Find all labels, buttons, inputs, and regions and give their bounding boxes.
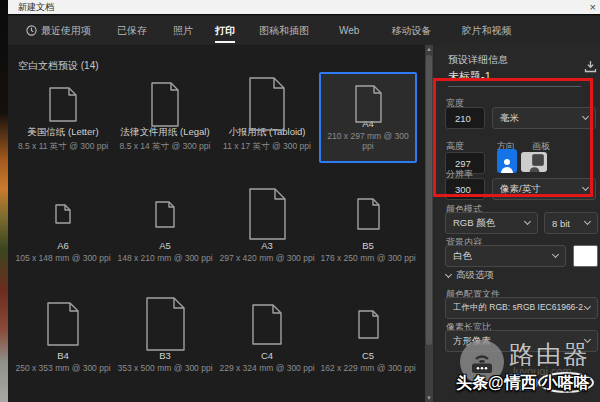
preset-dimensions: 229 x 324 mm @ 300 ppi [219,363,314,373]
tab-label: 胶片和视频 [461,16,511,45]
paper-icon [116,188,214,240]
orientation-portrait-button[interactable] [497,149,517,173]
preset-tile-tabloid[interactable]: 小报用纸 (Tabloid)11 x 17 英寸 @ 300 ppi [218,72,316,163]
save-preset-icon[interactable] [584,59,597,77]
paper-icon [14,298,112,350]
divider [448,86,581,87]
background-dropdown[interactable]: 白色 [445,245,566,267]
category-tabbar: 最近使用项已保存照片打印图稿和插图Web移动设备胶片和视频 [8,16,600,45]
screenshot-root: 新建文档 × 最近使用项已保存照片打印图稿和插图Web移动设备胶片和视频 空白文… [0,0,600,402]
preset-dimensions: 8.5 x 14 英寸 @ 300 ppi [120,141,211,153]
chevron-down-icon [582,113,589,120]
paper-icon [319,298,417,350]
preset-dimensions: 11 x 17 英寸 @ 300 ppi [223,141,311,153]
preset-dimensions: 250 x 353 mm @ 300 ppi [15,363,110,373]
preset-tile-a3[interactable]: A3297 x 420 mm @ 300 ppi [218,182,316,273]
preset-tile-b4[interactable]: B4250 x 353 mm @ 300 ppi [14,292,112,383]
preset-dimensions: 353 x 500 mm @ 300 ppi [117,363,212,373]
preset-tile-b3[interactable]: B3353 x 500 mm @ 300 ppi [116,292,214,383]
chevron-down-icon [584,303,591,310]
unit-dropdown[interactable]: 毫米 [492,107,596,129]
preset-dimensions: 105 x 148 mm @ 300 ppi [15,253,110,263]
preset-scrollbar[interactable]: ▲ ▼ [425,45,433,402]
preset-tile-legal[interactable]: 法律文件用纸 (Legal)8.5 x 14 英寸 @ 300 ppi [116,72,214,163]
tab-item-6[interactable]: 移动设备 [391,16,431,45]
scrollbar-down-icon[interactable]: ▼ [425,394,433,402]
tab-label: 已保存 [117,16,147,45]
preset-tile-a4[interactable]: A4210 x 297 mm @ 300 ppi [319,72,417,163]
tab-item-3[interactable]: 打印 [215,16,235,45]
scrollbar-up-icon[interactable]: ▲ [425,45,433,53]
tab-item-4[interactable]: 图稿和插图 [259,16,309,45]
preset-name: A5 [159,240,171,251]
chevron-down-icon [582,184,589,191]
preset-grid-panel: 空白文档预设 (14) 美国信纸 (Letter)8.5 x 11 英寸 @ 3… [8,45,425,402]
paper-icon [218,188,316,240]
chevron-down-icon [524,218,531,225]
paper-icon [319,188,417,240]
chevron-down-icon [445,270,452,277]
close-icon[interactable]: × [590,0,596,14]
chevron-down-icon [584,218,591,225]
window-title: 新建文档 [18,1,54,14]
tab-label: 最近使用项 [41,16,91,45]
details-panel-title: 预设详细信息 [448,53,508,67]
chevron-down-icon [552,251,559,258]
paper-icon [218,78,316,130]
tab-label: 移动设备 [391,16,431,45]
preset-dimensions: 297 x 420 mm @ 300 ppi [219,253,314,263]
preset-tile-a6[interactable]: A6105 x 148 mm @ 300 ppi [14,182,112,273]
tab-item-0[interactable]: 最近使用项 [26,16,91,45]
paper-icon [116,298,214,350]
preset-dimensions: 210 x 297 mm @ 300 ppi [321,131,415,151]
preset-name: A3 [261,240,273,251]
paper-icon [14,188,112,240]
background-color-swatch[interactable] [573,245,598,267]
preset-tile-c4[interactable]: C4229 x 324 mm @ 300 ppi [218,292,316,383]
tab-web[interactable]: Web [339,16,359,45]
new-document-dialog: 新建文档 × 最近使用项已保存照片打印图稿和插图Web移动设备胶片和视频 空白文… [8,0,600,402]
scrollbar-thumb[interactable] [426,55,432,345]
document-name-field[interactable]: 未标题-1 [448,69,491,84]
tab-label: 图稿和插图 [259,16,309,45]
artboard-checkbox[interactable] [532,154,544,166]
preset-name: B3 [159,350,171,361]
tab-label: 照片 [173,16,193,45]
paper-icon [14,78,112,130]
color-mode-dropdown[interactable]: RGB 颜色 [445,212,538,234]
preset-name: C4 [261,350,273,361]
tab-item-2[interactable]: 照片 [173,16,193,45]
advanced-options-toggle[interactable]: 高级选项 [446,269,494,282]
resolution-unit-dropdown[interactable]: 像素/英寸 [492,178,596,200]
color-profile-dropdown[interactable]: 工作中的 RGB: sRGB IEC61966-2.1 [445,297,598,319]
preset-dimensions: 148 x 210 mm @ 300 ppi [117,253,212,263]
width-input[interactable]: 210 [445,107,485,129]
tab-item-7[interactable]: 胶片和视频 [461,16,511,45]
desktop-background-strip [0,0,8,402]
preset-dimensions: 162 x 229 mm @ 300 ppi [320,363,415,373]
preset-tile-letter[interactable]: 美国信纸 (Letter)8.5 x 11 英寸 @ 300 ppi [14,72,112,163]
paper-icon [116,78,214,130]
preset-name: A6 [57,240,69,251]
preset-dimensions: 8.5 x 11 英寸 @ 300 ppi [18,141,108,153]
preset-name: B4 [57,350,69,361]
preset-tile-c5[interactable]: C5162 x 229 mm @ 300 ppi [319,292,417,383]
watermark-byline: 头条@情西小嗒嗒 [456,373,594,394]
tab-label: 打印 [215,16,235,45]
bit-depth-dropdown[interactable]: 8 bit [544,212,598,234]
preset-tile-a5[interactable]: A5148 x 210 mm @ 300 ppi [116,182,214,273]
clock-icon [26,25,37,36]
paper-icon [218,298,316,350]
paper-icon [321,78,415,130]
preset-name: B5 [362,240,374,251]
tab-label: Web [339,16,359,45]
preset-tile-b5[interactable]: B5176 x 250 mm @ 300 ppi [319,182,417,273]
tab-item-1[interactable]: 已保存 [117,16,147,45]
preset-dimensions: 176 x 250 mm @ 300 ppi [320,253,415,263]
window-titlebar: 新建文档 × [8,0,600,15]
resolution-input[interactable]: 300 [445,178,485,200]
preset-name: C5 [362,350,374,361]
preset-panel-title: 空白文档预设 (14) [18,59,99,73]
